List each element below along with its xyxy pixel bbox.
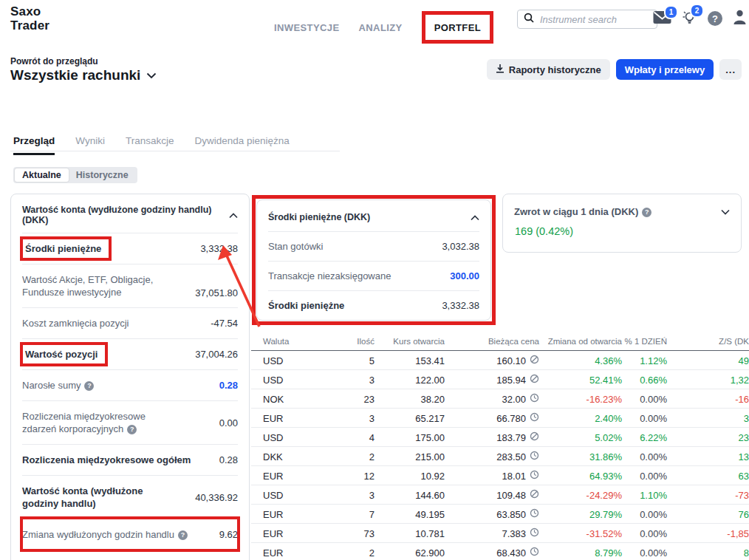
tab-wyniki[interactable]: Wyniki bbox=[75, 135, 105, 155]
person-icon bbox=[733, 10, 747, 24]
cell-currency: USD bbox=[251, 486, 314, 505]
row-value[interactable]: 0.28 bbox=[219, 380, 238, 391]
table-row[interactable]: EUR 73 10.781 7.383 -31.52% 0.00% -1,85 bbox=[251, 524, 749, 543]
table-row[interactable]: USD 4 175.00 183.79 5.02% 6.22% 23 bbox=[251, 428, 749, 447]
help-icon[interactable]: ? bbox=[84, 381, 94, 391]
col-biezaca-cena[interactable]: Bieżąca cena bbox=[445, 332, 539, 351]
help-button[interactable]: ? bbox=[708, 11, 722, 26]
historical-reports-button[interactable]: Raporty historyczne bbox=[487, 59, 610, 80]
download-icon bbox=[496, 64, 505, 75]
search-icon bbox=[524, 13, 534, 26]
cell-change-since-open: 31.86% bbox=[539, 448, 622, 466]
col-zmiana-od-otwarcia[interactable]: Zmiana od otwarcia bbox=[539, 332, 622, 351]
row-value: -47.54 bbox=[211, 318, 238, 329]
profile-button[interactable] bbox=[733, 10, 747, 27]
account-value-header[interactable]: Wartość konta (wydłużone godziny handlu)… bbox=[22, 194, 238, 233]
cell-open-price: 215.00 bbox=[374, 448, 445, 466]
table-row[interactable]: NOK 23 38.20 32.00 -16.23% 0.00% -16 bbox=[251, 389, 749, 409]
cell-profit-loss: 3 bbox=[667, 409, 749, 428]
chevron-up-icon[interactable] bbox=[229, 208, 238, 222]
table-row[interactable]: EUR 2 62.900 68.430 8.79% 0.00% 8 bbox=[251, 543, 749, 560]
cell-currency: NOK bbox=[251, 390, 314, 409]
row-value[interactable]: 300.00 bbox=[450, 270, 479, 281]
chevron-down-icon[interactable] bbox=[721, 205, 730, 218]
clock-icon bbox=[530, 451, 539, 462]
help-icon[interactable]: ? bbox=[642, 208, 651, 217]
table-row[interactable]: USD 3 122.00 185.94 52.41% 0.66% 1,32 bbox=[251, 370, 749, 389]
tab-transakcje[interactable]: Transakcje bbox=[126, 135, 174, 155]
clock-icon bbox=[530, 412, 539, 424]
cell-day-percent: 1.12% bbox=[622, 352, 667, 370]
tab-dywidenda[interactable]: Dywidenda pieniężna bbox=[194, 135, 289, 155]
table-row[interactable]: DKK 2 215.00 283.50 31.86% 0.00% 13 bbox=[251, 447, 749, 466]
cell-quantity: 3 bbox=[314, 371, 374, 389]
app-logo: Saxo Trader bbox=[10, 4, 49, 33]
return-panel-header[interactable]: Zwrot w ciągu 1 dnia (DKK)? bbox=[514, 194, 730, 225]
cell-change-since-open: 52.41% bbox=[539, 371, 622, 389]
table-row[interactable]: EUR 3 65.217 66.780 2.40% 0.00% 3 bbox=[251, 409, 749, 428]
row-value: 3,032.38 bbox=[442, 241, 479, 252]
cell-change-since-open: 29.79% bbox=[539, 505, 622, 524]
no-quote-icon bbox=[530, 374, 539, 386]
cell-change-since-open: 5.02% bbox=[539, 428, 622, 447]
more-actions-button[interactable]: ... bbox=[719, 59, 742, 80]
cell-currency: DKK bbox=[251, 448, 314, 466]
cell-profit-loss: 63 bbox=[667, 467, 749, 485]
cell-current-price: 283.50 bbox=[445, 447, 539, 466]
account-selector[interactable]: Wszystkie rachunki bbox=[10, 67, 157, 83]
table-row[interactable]: USD 3 144.60 109.48 -24.29% 1.10% -73 bbox=[251, 485, 749, 505]
positions-table-body: USD 5 153.41 160.10 4.36% 1.12% 49 USD 3… bbox=[251, 351, 749, 560]
historical-reports-label: Raporty historyczne bbox=[509, 64, 601, 75]
col-zs[interactable]: Z/S (DK bbox=[667, 332, 749, 351]
cell-quantity: 73 bbox=[314, 525, 374, 543]
help-icon[interactable]: ? bbox=[178, 530, 188, 540]
toggle-aktualne[interactable]: Aktualne bbox=[15, 168, 69, 182]
cell-change-since-open: -24.29% bbox=[539, 486, 622, 505]
header-actions: Raporty historyczne Wpłaty i przelewy ..… bbox=[487, 59, 742, 80]
table-row[interactable]: EUR 7 49.195 63.850 29.79% 0.00% 76 bbox=[251, 505, 749, 524]
messages-button[interactable]: 1 bbox=[653, 10, 671, 27]
row-label: Środki pieniężne bbox=[25, 243, 101, 254]
col-1-dzien[interactable]: % 1 DZIEŃ bbox=[622, 332, 667, 351]
nav-item-analizy[interactable]: ANALIZY bbox=[359, 22, 403, 33]
instrument-search[interactable] bbox=[517, 10, 657, 29]
cash-panel: Środki pieniężne (DKK) Stan gotówki 3,03… bbox=[256, 199, 491, 321]
row-rozliczenia-ogolem: Rozliczenia międzyokresowe ogółem 0.28 bbox=[22, 444, 238, 475]
cell-currency: EUR bbox=[251, 467, 314, 485]
nav-item-inwestycje[interactable]: INWESTYCJE bbox=[274, 22, 340, 33]
help-icon[interactable]: ? bbox=[127, 425, 137, 434]
col-ilosc[interactable]: Ilość bbox=[314, 332, 374, 351]
search-input[interactable] bbox=[538, 13, 651, 26]
col-kurs-otwarcia[interactable]: Kurs otwarcia bbox=[374, 332, 445, 351]
clock-icon bbox=[530, 470, 539, 482]
nav-item-portfel[interactable]: PORTFEL bbox=[434, 22, 481, 33]
cell-day-percent: 0.00% bbox=[622, 525, 667, 543]
no-quote-icon bbox=[530, 431, 539, 443]
row-stan-gotowki: Stan gotówki 3,032.38 bbox=[268, 231, 479, 261]
cell-open-price: 10.781 bbox=[374, 525, 445, 543]
chevron-up-icon[interactable] bbox=[471, 211, 479, 224]
table-row[interactable]: EUR 12 10.92 18.01 64.93% 0.00% 63 bbox=[251, 466, 749, 485]
row-value: 40,336.92 bbox=[195, 492, 238, 503]
cell-currency: USD bbox=[251, 371, 314, 389]
row-label: Koszt zamknięcia pozycji bbox=[22, 317, 129, 329]
row-value: 3,332.38 bbox=[442, 300, 479, 311]
toggle-historyczne[interactable]: Historyczne bbox=[69, 168, 136, 182]
cell-current-price: 183.79 bbox=[445, 428, 539, 447]
row-label: Wartość pozycji bbox=[25, 349, 98, 360]
table-row[interactable]: USD 5 153.41 160.10 4.36% 1.12% 49 bbox=[251, 351, 749, 370]
cash-panel-header[interactable]: Środki pieniężne (DKK) bbox=[268, 200, 479, 231]
cell-profit-loss: 1,32 bbox=[667, 371, 749, 389]
no-quote-icon bbox=[530, 489, 539, 501]
row-value: 3,332.38 bbox=[200, 243, 238, 254]
back-to-overview-link[interactable]: Powrót do przeglądu bbox=[10, 56, 98, 66]
cell-profit-loss: 8 bbox=[667, 544, 749, 560]
deposits-transfers-button[interactable]: Wpłaty i przelewy bbox=[616, 59, 714, 80]
row-rozliczenia-zdarzen: Rozliczenia międzyokresowe zdarzeń korpo… bbox=[22, 400, 238, 444]
row-label: Rozliczenia międzyokresowe zdarzeń korpo… bbox=[22, 410, 181, 435]
cell-current-price: 7.383 bbox=[445, 524, 539, 543]
tab-przeglad[interactable]: Przegląd bbox=[13, 135, 55, 155]
row-label: Transakcje niezaksięgowane bbox=[268, 270, 391, 282]
insights-button[interactable]: 2 bbox=[682, 9, 697, 28]
col-waluta[interactable]: Waluta bbox=[251, 332, 314, 351]
